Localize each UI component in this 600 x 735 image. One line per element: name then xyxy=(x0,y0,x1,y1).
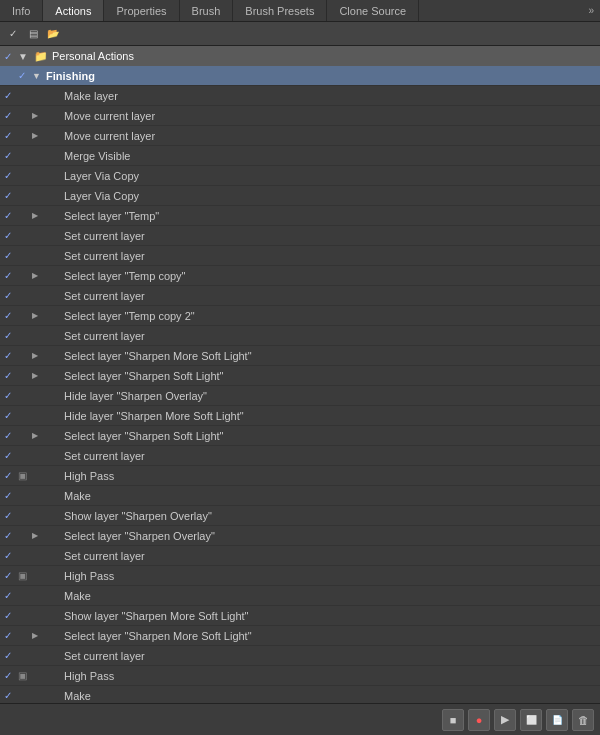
action-row[interactable]: ✓▶Move current layer xyxy=(0,126,600,146)
action-check: ✓ xyxy=(4,630,18,641)
action-check: ✓ xyxy=(4,590,18,601)
action-row[interactable]: ✓Make xyxy=(0,586,600,606)
action-square-icon: ▣ xyxy=(18,570,32,581)
tab-properties[interactable]: Properties xyxy=(104,0,179,21)
action-label: Select layer "Temp copy" xyxy=(64,270,186,282)
tab-info[interactable]: Info xyxy=(0,0,43,21)
action-label: Set current layer xyxy=(64,650,145,662)
action-expand-btn[interactable]: ▶ xyxy=(32,431,46,440)
action-row[interactable]: ✓▶Select layer "Sharpen More Soft Light" xyxy=(0,346,600,366)
stop-button[interactable]: ■ xyxy=(442,709,464,731)
action-label: Set current layer xyxy=(64,290,145,302)
expand-all-btn[interactable]: ▤ xyxy=(24,25,42,43)
action-row[interactable]: ✓▶Select layer "Temp" xyxy=(0,206,600,226)
action-label: High Pass xyxy=(64,670,114,682)
action-check: ✓ xyxy=(4,190,18,201)
action-row[interactable]: ✓▶Select layer "Sharpen Soft Light" xyxy=(0,366,600,386)
action-row[interactable]: ✓Hide layer "Sharpen More Soft Light" xyxy=(0,406,600,426)
action-expand-btn[interactable]: ▶ xyxy=(32,631,46,640)
action-row[interactable]: ✓▶Select layer "Sharpen More Soft Light" xyxy=(0,626,600,646)
action-expand-btn[interactable]: ▶ xyxy=(32,371,46,380)
group-folder-icon: 📁 xyxy=(34,50,48,63)
action-row[interactable]: ✓▣High Pass xyxy=(0,466,600,486)
action-row[interactable]: ✓Set current layer xyxy=(0,446,600,466)
action-row[interactable]: ✓Make layer xyxy=(0,86,600,106)
action-check: ✓ xyxy=(4,110,18,121)
action-row[interactable]: ✓Make xyxy=(0,486,600,506)
action-square-icon: ▣ xyxy=(18,670,32,681)
action-row[interactable]: ✓Layer Via Copy xyxy=(0,166,600,186)
action-expand-btn[interactable]: ▶ xyxy=(32,211,46,220)
action-expand-btn[interactable]: ▶ xyxy=(32,271,46,280)
group-header[interactable]: ✓ ▼ 📁 Personal Actions xyxy=(0,46,600,66)
action-check: ✓ xyxy=(4,170,18,181)
subgroup-header[interactable]: ✓ ▼ Finishing xyxy=(0,66,600,86)
subgroup-check: ✓ xyxy=(18,70,32,81)
action-row[interactable]: ✓Hide layer "Sharpen Overlay" xyxy=(0,386,600,406)
new-action-button[interactable]: 📄 xyxy=(546,709,568,731)
action-row[interactable]: ✓Merge Visible xyxy=(0,146,600,166)
tab-brush-presets[interactable]: Brush Presets xyxy=(233,0,327,21)
action-expand-btn[interactable]: ▶ xyxy=(32,311,46,320)
action-row[interactable]: ✓Set current layer xyxy=(0,226,600,246)
action-label: Make xyxy=(64,690,91,702)
action-expand-btn[interactable]: ▶ xyxy=(32,531,46,540)
play-button[interactable]: ▶ xyxy=(494,709,516,731)
tab-overflow-arrow[interactable]: » xyxy=(582,0,600,21)
action-label: Show layer "Sharpen Overlay" xyxy=(64,510,212,522)
action-label: Hide layer "Sharpen Overlay" xyxy=(64,390,207,402)
action-square-icon: ▣ xyxy=(18,470,32,481)
action-label: Select layer "Sharpen Soft Light" xyxy=(64,370,223,382)
action-row[interactable]: ✓Set current layer xyxy=(0,286,600,306)
action-check: ✓ xyxy=(4,270,18,281)
action-label: Set current layer xyxy=(64,230,145,242)
action-label: Select layer "Temp copy 2" xyxy=(64,310,195,322)
action-label: Select layer "Sharpen More Soft Light" xyxy=(64,630,252,642)
action-check: ✓ xyxy=(4,570,18,581)
action-check: ✓ xyxy=(4,390,18,401)
action-check: ✓ xyxy=(4,130,18,141)
action-row[interactable]: ✓Show layer "Sharpen More Soft Light" xyxy=(0,606,600,626)
action-row[interactable]: ✓Show layer "Sharpen Overlay" xyxy=(0,506,600,526)
action-row[interactable]: ✓▶Select layer "Sharpen Overlay" xyxy=(0,526,600,546)
delete-button[interactable]: 🗑 xyxy=(572,709,594,731)
action-row[interactable]: ✓▣High Pass xyxy=(0,666,600,686)
action-check: ✓ xyxy=(4,290,18,301)
action-check: ✓ xyxy=(4,210,18,221)
group-label: Personal Actions xyxy=(52,50,134,62)
action-expand-btn[interactable]: ▶ xyxy=(32,131,46,140)
action-row[interactable]: ✓Set current layer xyxy=(0,326,600,346)
subgroup-expand[interactable]: ▼ xyxy=(32,71,46,81)
action-expand-btn[interactable]: ▶ xyxy=(32,351,46,360)
action-label: Move current layer xyxy=(64,110,155,122)
actions-list: ✓Make layer✓▶Move current layer✓▶Move cu… xyxy=(0,86,600,721)
action-row[interactable]: ✓Set current layer xyxy=(0,646,600,666)
action-label: Make xyxy=(64,590,91,602)
action-label: Move current layer xyxy=(64,130,155,142)
group-expand[interactable]: ▼ xyxy=(18,51,32,62)
new-action-set-button[interactable]: ⬜ xyxy=(520,709,542,731)
action-row[interactable]: ✓Set current layer xyxy=(0,546,600,566)
tab-actions[interactable]: Actions xyxy=(43,0,104,21)
action-check: ✓ xyxy=(4,150,18,161)
tab-clone-source[interactable]: Clone Source xyxy=(327,0,419,21)
action-label: Set current layer xyxy=(64,450,145,462)
actions-toolbar: ✓ ▤ 📂 xyxy=(0,22,600,46)
action-row[interactable]: ✓▶Move current layer xyxy=(0,106,600,126)
action-row[interactable]: ✓▶Select layer "Sharpen Soft Light" xyxy=(0,426,600,446)
action-expand-btn[interactable]: ▶ xyxy=(32,111,46,120)
action-check: ✓ xyxy=(4,410,18,421)
action-check: ✓ xyxy=(4,610,18,621)
tab-brush[interactable]: Brush xyxy=(180,0,234,21)
action-row[interactable]: ✓▶Select layer "Temp copy" xyxy=(0,266,600,286)
bottom-bar: ■ ● ▶ ⬜ 📄 🗑 xyxy=(0,703,600,735)
action-row[interactable]: ✓Set current layer xyxy=(0,246,600,266)
action-check: ✓ xyxy=(4,330,18,341)
toggle-checkboxes-btn[interactable]: ✓ xyxy=(4,25,22,43)
action-check: ✓ xyxy=(4,230,18,241)
action-row[interactable]: ✓▶Select layer "Temp copy 2" xyxy=(0,306,600,326)
action-row[interactable]: ✓▣High Pass xyxy=(0,566,600,586)
folder-icon-btn[interactable]: 📂 xyxy=(44,25,62,43)
record-button[interactable]: ● xyxy=(468,709,490,731)
action-row[interactable]: ✓Layer Via Copy xyxy=(0,186,600,206)
